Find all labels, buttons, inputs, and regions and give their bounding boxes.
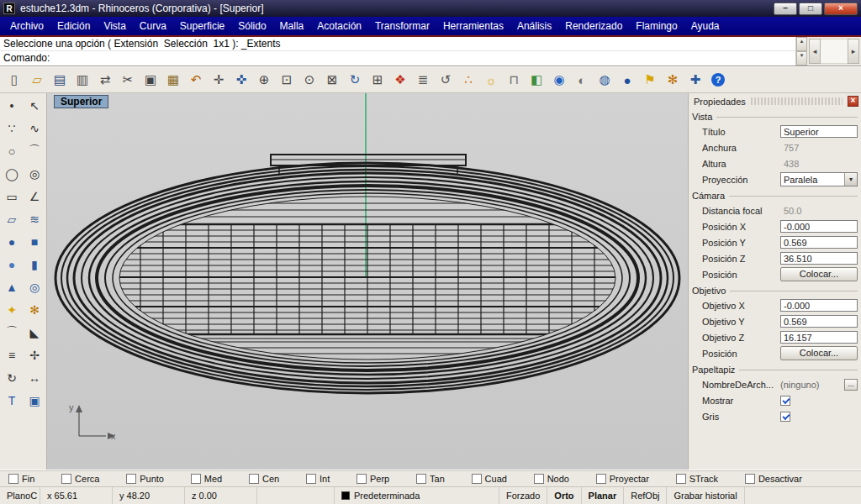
osnap-toggle[interactable]: Med (191, 474, 222, 484)
scroll-up-icon[interactable]: ▴ (796, 37, 807, 51)
menu-item[interactable]: Flamingo (629, 18, 684, 34)
orient-icon[interactable]: ↺ (435, 69, 457, 91)
wire-globe-icon[interactable]: ◍ (594, 69, 615, 91)
checkbox-icon[interactable] (126, 474, 136, 484)
flag-icon[interactable]: ⚑ (639, 69, 661, 91)
car-icon[interactable]: ❖ (389, 69, 411, 91)
proyeccion-select[interactable]: Paralela ▾ (780, 172, 858, 186)
checkbox-icon[interactable] (416, 474, 426, 484)
osnap-toggle[interactable]: Tan (416, 474, 445, 484)
target-x-field[interactable]: -0.000 (780, 299, 858, 312)
checkbox-icon[interactable] (745, 474, 755, 484)
menu-item[interactable]: Edición (50, 18, 97, 34)
circle-icon[interactable]: ○ (1, 140, 23, 162)
command-prompt-input[interactable]: Comando: (0, 51, 795, 66)
polyline-icon[interactable]: ∠ (24, 186, 45, 207)
menu-item[interactable]: Transformar (368, 18, 436, 34)
panel-close-button[interactable]: × (848, 96, 858, 107)
menu-item[interactable]: Acotación (310, 18, 368, 34)
osnap-toggle[interactable]: Nodo (534, 474, 569, 484)
checkbox-icon[interactable] (472, 474, 482, 484)
record-history-toggle[interactable]: Grabar historial (667, 487, 744, 504)
checkbox-icon[interactable] (534, 474, 544, 484)
menu-item[interactable]: Vista (97, 18, 132, 34)
target-y-field[interactable]: 0.569 (780, 315, 858, 328)
box-icon[interactable]: ■ (24, 231, 45, 253)
target-z-field[interactable]: 16.157 (780, 331, 858, 344)
viewport-layout-icon[interactable]: ⊞ (367, 69, 388, 91)
save-icon[interactable]: ▤ (49, 69, 71, 91)
render-icon[interactable]: ● (616, 69, 638, 91)
viewport-label[interactable]: Superior (54, 95, 108, 108)
toolbar-config-icon[interactable]: ✚ (684, 69, 706, 91)
scroll-left-icon[interactable]: ◂ (809, 39, 821, 64)
checkbox-icon[interactable] (676, 474, 686, 484)
menu-item[interactable]: Análisis (510, 18, 558, 34)
paste-icon[interactable]: ▦ (162, 69, 184, 91)
export-icon[interactable]: ⇄ (94, 69, 116, 91)
new-file-icon[interactable]: ▯ (3, 69, 25, 91)
scroll-down-icon[interactable]: ▾ (796, 51, 807, 66)
shaded-view-icon[interactable]: ◧ (526, 69, 547, 91)
lightbulb-icon[interactable]: ☼ (480, 69, 502, 91)
zoom-selected-icon[interactable]: ⊙ (298, 69, 320, 91)
points-on-icon[interactable]: ∴ (457, 69, 479, 91)
control-points-icon[interactable]: ∵ (1, 118, 23, 139)
checkbox-icon[interactable] (249, 474, 259, 484)
chevron-down-icon[interactable]: ▾ (844, 173, 857, 186)
osnap-status-toggle[interactable]: RefObj (624, 487, 667, 504)
osnap-toggle[interactable]: Desactivar (745, 474, 802, 484)
menu-item[interactable]: Superficie (173, 18, 231, 34)
mostrar-checkbox[interactable] (780, 396, 790, 406)
osnap-toggle[interactable]: Perp (357, 474, 389, 484)
zoom-window-icon[interactable]: ⊡ (276, 69, 298, 91)
wallpaper-filename-field[interactable]: (ninguno) ... (780, 379, 858, 391)
arc-icon[interactable]: ⌒ (24, 140, 45, 162)
move-icon[interactable]: ✢ (24, 344, 45, 366)
curve-icon[interactable]: ∿ (24, 118, 45, 139)
osnap-toggle[interactable]: Fin (8, 474, 34, 484)
osnap-toggle[interactable]: Int (306, 474, 330, 484)
titulo-field[interactable]: Superior (780, 125, 858, 138)
pan-icon[interactable]: ✛ (208, 69, 230, 91)
layers-icon[interactable]: ≣ (412, 69, 434, 91)
osnap-toggle[interactable]: Cen (249, 474, 279, 484)
close-button[interactable]: × (824, 3, 858, 15)
chamfer-icon[interactable]: ◣ (24, 322, 45, 344)
viewport-superior[interactable]: Superior y x (47, 93, 688, 470)
minimize-button[interactable]: – (774, 3, 797, 15)
camera-colocar-button[interactable]: Colocar... (780, 267, 858, 281)
camera-y-field[interactable]: 0.569 (780, 236, 858, 249)
menu-item[interactable]: Sólido (231, 18, 272, 34)
pipe-icon[interactable]: ◎ (24, 276, 45, 298)
gris-checkbox[interactable] (780, 412, 790, 422)
cylinder-icon[interactable]: ▮ (24, 254, 45, 276)
menu-item[interactable]: Ayuda (684, 18, 726, 34)
osnap-toggle[interactable]: Cerca (61, 474, 99, 484)
planar-toggle[interactable]: Planar (582, 487, 625, 504)
lock-icon[interactable]: ⊓ (503, 69, 525, 91)
undo-icon[interactable]: ↶ (185, 69, 207, 91)
target-colocar-button[interactable]: Colocar... (780, 346, 858, 360)
rectangle-icon[interactable]: ▭ (1, 186, 23, 207)
boolean-icon[interactable]: ✦ (1, 299, 23, 321)
rotate-view-icon[interactable]: ↻ (344, 69, 366, 91)
copy-icon[interactable]: ▣ (140, 69, 161, 91)
osnap-toggle[interactable]: Cuad (472, 474, 507, 484)
checkbox-icon[interactable] (596, 474, 606, 484)
help-icon[interactable]: ? (711, 73, 725, 87)
scroll-right-icon[interactable]: ▸ (848, 39, 859, 64)
menu-item[interactable]: Herramientas (436, 18, 510, 34)
sphere-icon[interactable]: ● (1, 231, 23, 253)
zoom-dynamic-icon[interactable]: ⊕ (253, 69, 275, 91)
layer-pane[interactable]: Predeterminada (335, 487, 499, 504)
osnap-toggle[interactable]: Punto (126, 474, 164, 484)
camera-z-field[interactable]: 36.510 (780, 252, 858, 265)
open-folder-icon[interactable]: ▱ (26, 69, 48, 91)
scrollbar-track[interactable] (821, 39, 848, 64)
zoom-extents-icon[interactable]: ⊠ (321, 69, 343, 91)
render-sphere-icon[interactable]: ◉ (548, 69, 570, 91)
cut-icon[interactable]: ✂ (117, 69, 139, 91)
checkbox-icon[interactable] (357, 474, 367, 484)
checkbox-icon[interactable] (8, 474, 18, 484)
